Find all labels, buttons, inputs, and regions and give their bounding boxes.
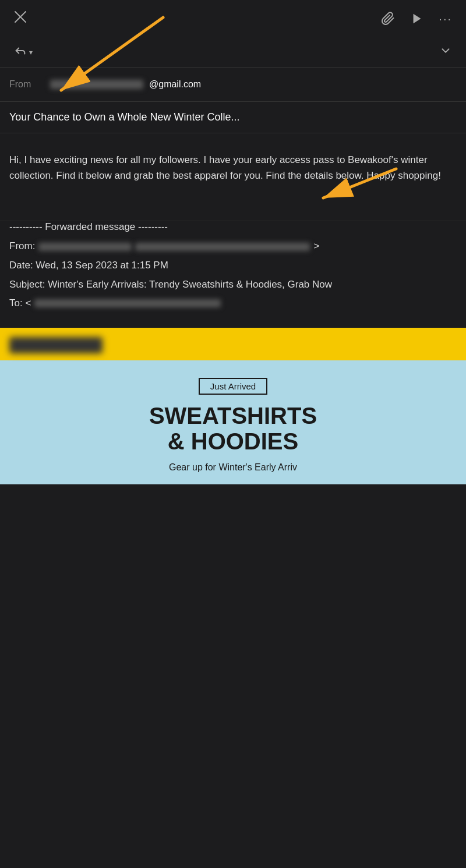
email-subject: Your Chance to Own a Whole New Winter Co… [9, 111, 240, 123]
reply-arrow-icon [14, 44, 27, 60]
forwarded-to-line: To: < [9, 295, 457, 313]
from-email-blurred [50, 80, 143, 89]
close-button[interactable] [14, 10, 27, 27]
forwarded-from-bracket: > [313, 238, 319, 256]
promo-title: SWEATSHIRTS & HOODIES [9, 403, 457, 454]
top-toolbar: ··· [0, 0, 466, 37]
promo-subtitle: Gear up for Winter's Early Arriv [9, 462, 457, 473]
reply-dropdown-icon: ▾ [29, 48, 33, 56]
promo-logo-bar [0, 328, 466, 360]
forwarded-date-line: Date: Wed, 13 Sep 2023 at 1:15 PM [9, 257, 457, 275]
send-icon[interactable] [409, 11, 425, 26]
brand-logo-blurred [9, 337, 103, 353]
promo-content: Just Arrived SWEATSHIRTS & HOODIES Gear … [0, 360, 466, 484]
from-label: From [9, 79, 44, 90]
forwarded-date: Date: Wed, 13 Sep 2023 at 1:15 PM [9, 257, 168, 275]
from-email-domain: @gmail.com [149, 79, 201, 90]
reply-button[interactable]: ▾ [14, 44, 33, 60]
from-row: From @gmail.com [0, 68, 466, 102]
just-arrived-badge: Just Arrived [199, 378, 267, 395]
svg-marker-2 [414, 14, 421, 24]
email-body: Hi, I have exciting news for all my foll… [0, 133, 466, 221]
forwarded-from-email-blurred [38, 243, 132, 251]
forwarded-section: ---------- Forwarded message --------- F… [0, 221, 466, 327]
forwarded-to-email-blurred [34, 299, 221, 307]
promo-card: Just Arrived SWEATSHIRTS & HOODIES Gear … [0, 328, 466, 484]
forwarded-subject-line: Subject: Winter's Early Arrivals: Trendy… [9, 276, 457, 294]
forwarded-subject: Subject: Winter's Early Arrivals: Trendy… [9, 276, 332, 294]
collapse-icon[interactable] [439, 44, 452, 60]
more-options-icon[interactable]: ··· [439, 12, 452, 26]
forwarded-from-label: From: [9, 238, 35, 256]
forwarded-meta: From: > Date: Wed, 13 Sep 2023 at 1:15 P… [9, 238, 457, 312]
email-body-text: Hi, I have exciting news for all my foll… [9, 152, 457, 183]
second-toolbar: ▾ [0, 37, 466, 68]
subject-row: Your Chance to Own a Whole New Winter Co… [0, 102, 466, 133]
forwarded-from-line: From: > [9, 238, 457, 256]
forwarded-to-label: To: < [9, 295, 31, 313]
attach-icon[interactable] [380, 13, 396, 24]
forwarded-from-email2-blurred [135, 243, 310, 251]
forwarded-header: ---------- Forwarded message --------- [9, 221, 457, 233]
